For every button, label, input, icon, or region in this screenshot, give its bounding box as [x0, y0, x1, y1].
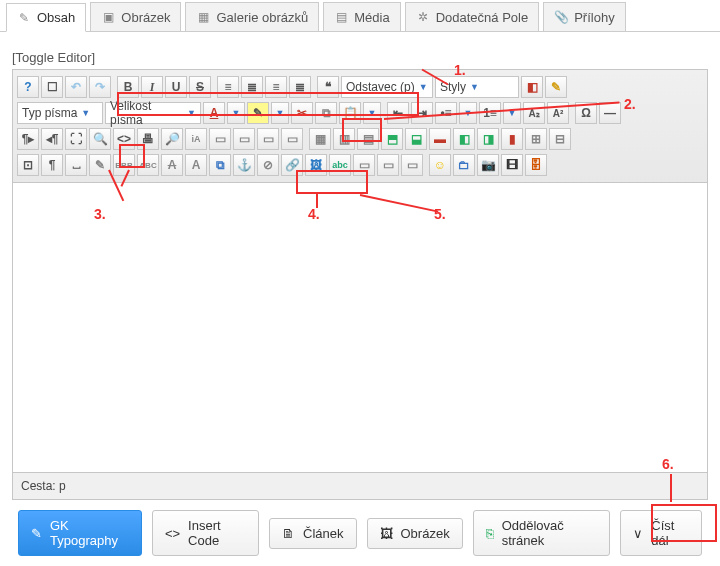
format-select[interactable]: Odstavec (p) ▼ — [341, 76, 433, 98]
paste-more-icon[interactable]: ▼ — [363, 102, 381, 124]
tab-extrafields[interactable]: ✲ Dodatečná Pole — [405, 2, 540, 31]
clear-format-icon[interactable]: ◧ — [521, 76, 543, 98]
anchor-icon[interactable]: ⚓ — [233, 154, 255, 176]
cite-icon[interactable]: BBB — [113, 154, 135, 176]
find-icon[interactable]: 🔎 — [161, 128, 183, 150]
tab-attachments[interactable]: 📎 Přílohy — [543, 2, 625, 31]
bold-button[interactable]: B — [117, 76, 139, 98]
ltr-icon[interactable]: ¶▸ — [17, 128, 39, 150]
align-right-icon[interactable]: ≡ — [265, 76, 287, 98]
tab-label: Přílohy — [574, 10, 614, 25]
toggle-editor[interactable]: [Toggle Editor] — [12, 50, 708, 65]
tab-gallery[interactable]: ▦ Galerie obrázků — [185, 2, 319, 31]
db-icon[interactable]: 🗄 — [525, 154, 547, 176]
tab-media[interactable]: ▤ Média — [323, 2, 400, 31]
row-before-icon[interactable]: ⬒ — [381, 128, 403, 150]
tab-content[interactable]: ✎ Obsah — [6, 3, 86, 32]
fullscreen-icon[interactable]: ⛶ — [65, 128, 87, 150]
align-justify-icon[interactable]: ≣ — [289, 76, 311, 98]
cleanup-icon[interactable]: ✎ — [545, 76, 567, 98]
redo-icon[interactable]: ↷ — [89, 76, 111, 98]
split-cells-icon[interactable]: ⊟ — [549, 128, 571, 150]
attributes-icon[interactable]: ⧉ — [209, 154, 231, 176]
col-before-icon[interactable]: ◧ — [453, 128, 475, 150]
align-center-icon[interactable]: ≣ — [241, 76, 263, 98]
layer-forward-icon[interactable]: ▭ — [233, 128, 255, 150]
subscript-icon[interactable]: A₂ — [523, 102, 545, 124]
layer-icon[interactable]: ▭ — [209, 128, 231, 150]
ul-icon[interactable]: •≡ — [435, 102, 457, 124]
nbsp-icon[interactable]: ⎵ — [65, 154, 87, 176]
iframe-icon[interactable]: ▭ — [377, 154, 399, 176]
image-insert-icon[interactable]: 🖼 — [305, 154, 327, 176]
gk-typography-button[interactable]: ✎ GK Typography — [18, 510, 142, 556]
editor-canvas[interactable] — [12, 183, 708, 473]
col-after-icon[interactable]: ◨ — [477, 128, 499, 150]
styles-select-value: Styly — [440, 80, 466, 94]
unlink-icon[interactable]: ⊘ — [257, 154, 279, 176]
superscript-icon[interactable]: A² — [547, 102, 569, 124]
table-col-icon[interactable]: ▤ — [357, 128, 379, 150]
row-after-icon[interactable]: ⬓ — [405, 128, 427, 150]
row-delete-icon[interactable]: ▬ — [429, 128, 451, 150]
showblocks-icon[interactable]: ¶ — [41, 154, 63, 176]
print-icon[interactable]: 🖶 — [137, 128, 159, 150]
preview-icon[interactable]: 🔍 — [89, 128, 111, 150]
underline-button[interactable]: U — [165, 76, 187, 98]
styleprops-icon[interactable]: ✎ — [89, 154, 111, 176]
ul-more-icon[interactable]: ▼ — [459, 102, 477, 124]
help-icon[interactable]: ? — [17, 76, 39, 98]
ol-icon[interactable]: 1≡ — [479, 102, 501, 124]
widget-icon[interactable]: ▭ — [401, 154, 423, 176]
readmore-button[interactable]: ∨ Číst dál — [620, 510, 702, 556]
bgcolor-more-icon[interactable]: ▼ — [271, 102, 289, 124]
col-delete-icon[interactable]: ▮ — [501, 128, 523, 150]
rtl-icon[interactable]: ◂¶ — [41, 128, 63, 150]
layer-back-icon[interactable]: ▭ — [257, 128, 279, 150]
fontcolor-more-icon[interactable]: ▼ — [227, 102, 245, 124]
cut-icon[interactable]: ✂ — [291, 102, 313, 124]
table-row-icon[interactable]: ▥ — [333, 128, 355, 150]
path-value[interactable]: p — [59, 479, 66, 493]
fontfamily-select[interactable]: Typ písma ▼ — [17, 102, 103, 124]
ol-more-icon[interactable]: ▼ — [503, 102, 521, 124]
source-icon[interactable]: <> — [113, 128, 135, 150]
align-left-icon[interactable]: ≡ — [217, 76, 239, 98]
bgcolor-icon[interactable]: ✎ — [247, 102, 269, 124]
indent-icon[interactable]: ⇥ — [411, 102, 433, 124]
article-button[interactable]: 🗎 Článek — [269, 518, 356, 549]
layer-abs-icon[interactable]: ▭ — [281, 128, 303, 150]
smiley-icon[interactable]: ☺ — [429, 154, 451, 176]
insert-code-button[interactable]: <> Insert Code — [152, 510, 259, 556]
spellcheck-icon[interactable]: abc — [329, 154, 351, 176]
pagebreak-button[interactable]: ⎘ Oddělovač stránek — [473, 510, 611, 556]
italic-button[interactable]: I — [141, 76, 163, 98]
template-icon[interactable]: ▭ — [353, 154, 375, 176]
abbr-icon[interactable]: ABC — [137, 154, 159, 176]
table-icon[interactable]: ▦ — [309, 128, 331, 150]
styles-select[interactable]: Styly ▼ — [435, 76, 519, 98]
imagemanager-icon[interactable]: 📷 — [477, 154, 499, 176]
fontsize-select[interactable]: Velikost písma ▼ — [105, 102, 201, 124]
visualchars-icon[interactable]: ⊡ — [17, 154, 39, 176]
blockquote-icon[interactable]: ❝ — [317, 76, 339, 98]
merge-cells-icon[interactable]: ⊞ — [525, 128, 547, 150]
hr-icon[interactable]: — — [599, 102, 621, 124]
paste-icon[interactable]: 📋 — [339, 102, 361, 124]
findreplace-icon[interactable]: iA — [185, 128, 207, 150]
filemanager-icon[interactable]: 🗀 — [453, 154, 475, 176]
image-button[interactable]: 🖼 Obrázek — [367, 518, 463, 549]
link-icon[interactable]: 🔗 — [281, 154, 303, 176]
strike-button[interactable]: S — [189, 76, 211, 98]
mediamanager-icon[interactable]: 🎞 — [501, 154, 523, 176]
fontcolor-icon[interactable]: A — [203, 102, 225, 124]
copy-icon[interactable]: ⧉ — [315, 102, 337, 124]
ins-icon[interactable]: A — [185, 154, 207, 176]
charmap-icon[interactable]: Ω — [575, 102, 597, 124]
btn-label: Insert Code — [188, 518, 246, 548]
newdoc-icon[interactable]: ☐ — [41, 76, 63, 98]
outdent-icon[interactable]: ⇤ — [387, 102, 409, 124]
undo-icon[interactable]: ↶ — [65, 76, 87, 98]
tab-image[interactable]: ▣ Obrázek — [90, 2, 181, 31]
del-icon[interactable]: A — [161, 154, 183, 176]
